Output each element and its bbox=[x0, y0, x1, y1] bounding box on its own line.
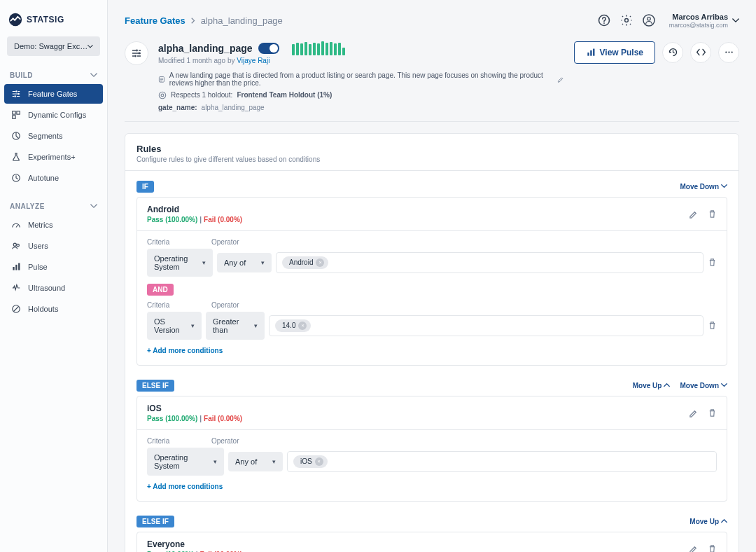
sidebar-item-ultrasound[interactable]: Ultrasound bbox=[4, 278, 103, 298]
gate-description-row: A new landing page that is directed from… bbox=[158, 71, 564, 87]
ultrasound-icon bbox=[11, 283, 21, 293]
rule-summary[interactable]: iOS Pass (100.00%)|Fail (0.00%) bbox=[137, 396, 727, 429]
sidebar-item-dynamic-configs[interactable]: Dynamic Configs bbox=[4, 105, 103, 125]
value-input[interactable]: iOS× bbox=[287, 451, 717, 472]
move-down-link[interactable]: Move Down bbox=[680, 382, 727, 389]
gate-title: alpha_landing_page bbox=[158, 43, 253, 54]
chevron-right-icon bbox=[191, 18, 195, 24]
condition-row: OS Version▾ Greater than▾ 14.0× bbox=[147, 312, 717, 340]
trash-icon[interactable] bbox=[708, 209, 717, 219]
add-condition-link[interactable]: + Add more conditions bbox=[147, 483, 223, 490]
history-button[interactable] bbox=[662, 42, 683, 63]
sidebar-item-experiments[interactable]: Experiments+ bbox=[4, 147, 103, 167]
nav-section-label: ANALYZE bbox=[10, 202, 45, 210]
edit-icon[interactable] bbox=[557, 75, 564, 83]
rule-summary[interactable]: Android Pass (100.00%)|Fail (0.00%) bbox=[137, 198, 727, 230]
value-tag: 14.0× bbox=[275, 319, 311, 332]
svg-point-23 bbox=[17, 244, 20, 247]
project-selector[interactable]: Demo: Swaggr Exclusive ... bbox=[7, 36, 100, 56]
chevron-down-icon bbox=[90, 204, 97, 209]
logo-icon bbox=[8, 13, 22, 27]
elseif-chip: ELSE IF bbox=[136, 380, 174, 392]
more-button[interactable] bbox=[718, 42, 739, 63]
sidebar-item-autotune[interactable]: Autotune bbox=[4, 168, 103, 188]
view-pulse-button[interactable]: View Pulse bbox=[574, 41, 655, 64]
edit-icon[interactable] bbox=[689, 209, 698, 219]
criteria-select[interactable]: OS Version▾ bbox=[147, 312, 202, 340]
bar-chart-icon bbox=[11, 262, 21, 272]
criteria-select[interactable]: Operating System▾ bbox=[147, 249, 213, 277]
rule-name: Android bbox=[147, 205, 242, 214]
sidebar-item-label: Segments bbox=[28, 132, 63, 140]
rules-card-header: Rules Configure rules to give different … bbox=[125, 134, 738, 171]
value-input[interactable]: 14.0× bbox=[269, 315, 704, 336]
modified-by-link[interactable]: Vijaye Raji bbox=[237, 57, 270, 64]
brand-logo[interactable]: STATSIG bbox=[4, 7, 103, 36]
account-button[interactable] bbox=[643, 14, 655, 27]
add-condition-link[interactable]: + Add more conditions bbox=[147, 347, 223, 354]
remove-tag-icon[interactable]: × bbox=[316, 258, 324, 267]
sidebar-item-label: Users bbox=[28, 242, 48, 250]
operator-select[interactable]: Any of▾ bbox=[228, 452, 283, 471]
breadcrumb-root[interactable]: Feature Gates bbox=[125, 15, 186, 26]
rules-subtitle: Configure rules to give different values… bbox=[136, 156, 727, 163]
move-down-link[interactable]: Move Down bbox=[680, 183, 727, 191]
edit-icon[interactable] bbox=[689, 408, 698, 418]
if-chip: IF bbox=[136, 181, 154, 193]
operator-select[interactable]: Greater than▾ bbox=[206, 312, 265, 340]
elseif-chip: ELSE IF bbox=[136, 516, 174, 527]
nav-section-label: BUILD bbox=[10, 71, 33, 79]
delete-condition-icon[interactable] bbox=[708, 321, 717, 330]
sidebar-item-label: Experiments+ bbox=[28, 153, 76, 161]
gate-enabled-toggle[interactable] bbox=[258, 43, 279, 54]
delete-condition-icon[interactable] bbox=[708, 258, 717, 267]
sidebar-item-pulse[interactable]: Pulse bbox=[4, 257, 103, 277]
user-menu[interactable]: Marcos Arribas marcos@statsig.com bbox=[669, 13, 739, 29]
flask-icon bbox=[11, 152, 21, 162]
sidebar-item-label: Autotune bbox=[28, 174, 59, 182]
move-up-link[interactable]: Move Up bbox=[690, 518, 727, 525]
code-button[interactable] bbox=[690, 42, 711, 63]
brand-name: STATSIG bbox=[27, 15, 64, 25]
bar-chart-icon bbox=[586, 48, 596, 57]
edit-icon[interactable] bbox=[689, 544, 698, 552]
value-tag: Android× bbox=[282, 256, 328, 269]
config-icon bbox=[11, 110, 21, 120]
rule-passfail: Pass (100.00%)|Fail (0.00%) bbox=[147, 415, 242, 422]
rule-summary[interactable]: Everyone Pass (10.00%)|Fail (90.00%) bbox=[137, 532, 727, 552]
gate-description: A new landing page that is directed from… bbox=[169, 71, 553, 87]
topbar-actions: Marcos Arribas marcos@statsig.com bbox=[598, 13, 739, 29]
rule-name: iOS bbox=[147, 403, 242, 413]
breadcrumb-current: alpha_landing_page bbox=[201, 15, 283, 26]
nav-section-analyze[interactable]: ANALYZE bbox=[4, 198, 103, 214]
move-up-link[interactable]: Move Up bbox=[633, 382, 671, 389]
remove-tag-icon[interactable]: × bbox=[298, 322, 307, 330]
sliders-icon bbox=[11, 89, 21, 99]
criteria-label: Criteria bbox=[147, 301, 211, 309]
sidebar-item-segments[interactable]: Segments bbox=[4, 126, 103, 146]
nav-section-build[interactable]: BUILD bbox=[4, 67, 103, 83]
trash-icon[interactable] bbox=[708, 544, 717, 552]
view-pulse-label: View Pulse bbox=[600, 48, 643, 57]
rule-name: Everyone bbox=[147, 539, 242, 549]
help-button[interactable] bbox=[598, 14, 610, 27]
value-tag: iOS× bbox=[293, 455, 328, 468]
gate-type-icon bbox=[125, 41, 148, 65]
condition-row: Operating System▾ Any of▾ Android× bbox=[147, 249, 717, 277]
condition-row: Operating System▾ Any of▾ iOS× bbox=[147, 448, 717, 476]
holdout-name[interactable]: Frontend Team Holdout (1%) bbox=[237, 91, 332, 99]
gate-actions: View Pulse bbox=[574, 41, 739, 64]
sidebar-item-holdouts[interactable]: Holdouts bbox=[4, 299, 103, 319]
value-input[interactable]: Android× bbox=[276, 252, 704, 273]
trash-icon[interactable] bbox=[708, 408, 717, 418]
sidebar: STATSIG Demo: Swaggr Exclusive ... BUILD… bbox=[0, 0, 108, 552]
svg-rect-19 bbox=[13, 116, 15, 118]
operator-select[interactable]: Any of▾ bbox=[217, 253, 272, 272]
sidebar-item-metrics[interactable]: Metrics bbox=[4, 215, 103, 235]
remove-tag-icon[interactable]: × bbox=[315, 457, 323, 466]
criteria-select[interactable]: Operating System▾ bbox=[147, 448, 224, 476]
sidebar-item-users[interactable]: Users bbox=[4, 236, 103, 256]
settings-button[interactable] bbox=[620, 14, 633, 27]
sidebar-item-feature-gates[interactable]: Feature Gates bbox=[4, 84, 103, 104]
gate-name-row: gate_name: alpha_landing_page bbox=[158, 104, 564, 111]
